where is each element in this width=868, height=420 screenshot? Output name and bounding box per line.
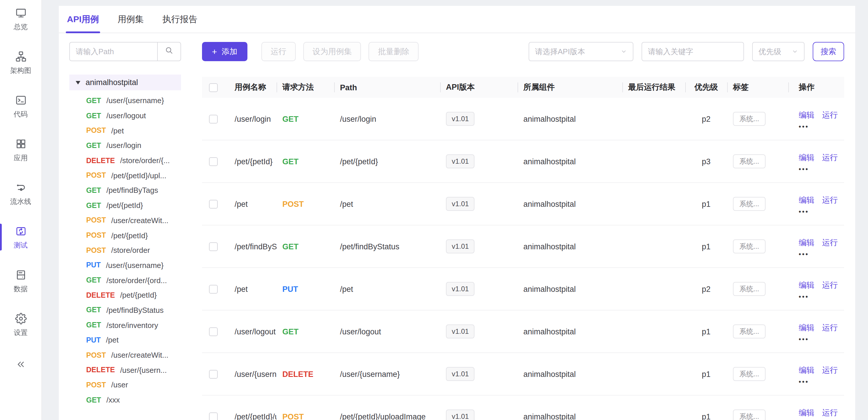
tree-item[interactable]: GET /pet/findByTags bbox=[69, 183, 181, 198]
edit-link[interactable]: 编辑 bbox=[799, 280, 814, 290]
tree-item[interactable]: GET /user/{username} bbox=[69, 93, 181, 108]
run-link[interactable]: 运行 bbox=[822, 323, 838, 333]
sidebar-item-label: 数据 bbox=[14, 286, 28, 293]
tree-root-node[interactable]: animalhostpital bbox=[69, 74, 181, 90]
monitor-icon bbox=[15, 7, 27, 21]
search-button[interactable]: 搜索 bbox=[813, 42, 844, 61]
tree-item[interactable]: POST /user bbox=[69, 378, 181, 392]
more-actions-button[interactable]: ••• bbox=[799, 295, 809, 298]
row-checkbox[interactable] bbox=[209, 327, 218, 336]
tree-item[interactable]: GET /store/order/{ord... bbox=[69, 273, 181, 288]
row-checkbox[interactable] bbox=[209, 413, 218, 420]
row-checkbox[interactable] bbox=[209, 115, 218, 123]
more-actions-button[interactable]: ••• bbox=[799, 337, 809, 340]
edit-link[interactable]: 编辑 bbox=[799, 110, 814, 120]
row-checkbox[interactable] bbox=[209, 200, 218, 209]
set-as-suite-button[interactable]: 设为用例集 bbox=[303, 42, 361, 61]
tree-item[interactable]: POST /pet/{petId}/upl... bbox=[69, 168, 181, 183]
row-checkbox[interactable] bbox=[209, 157, 218, 166]
tree-item-path: /pet/{petId} bbox=[111, 231, 148, 240]
priority-cell: p1 bbox=[685, 242, 727, 251]
tree-item[interactable]: POST /store/order bbox=[69, 243, 181, 258]
run-link[interactable]: 运行 bbox=[822, 152, 838, 163]
more-actions-button[interactable]: ••• bbox=[799, 124, 809, 128]
priority-select[interactable]: 优先级 bbox=[752, 42, 805, 61]
tree-item[interactable]: DELETE /user/{usern... bbox=[69, 363, 181, 378]
tree-item[interactable]: DELETE /pet/{petId} bbox=[69, 288, 181, 303]
run-link[interactable]: 运行 bbox=[822, 237, 838, 248]
tag-badge: 系统... bbox=[733, 367, 766, 381]
run-link[interactable]: 运行 bbox=[822, 408, 838, 418]
sidebar-item-settings[interactable]: 设置 bbox=[0, 313, 41, 337]
case-name-cell: /user/logout bbox=[229, 327, 277, 336]
edit-link[interactable]: 编辑 bbox=[799, 152, 814, 163]
sidebar-item-overview[interactable]: 总览 bbox=[0, 7, 41, 31]
priority-cell: p1 bbox=[685, 370, 727, 378]
tag-badge: 系统... bbox=[733, 197, 766, 211]
more-actions-button[interactable]: ••• bbox=[799, 252, 809, 256]
tree-item-method: POST bbox=[86, 216, 106, 224]
tree-item[interactable]: POST /user/createWit... bbox=[69, 213, 181, 228]
tree-item[interactable]: POST /pet/{petId} bbox=[69, 228, 181, 243]
tree-item[interactable]: GET /user/login bbox=[69, 138, 181, 153]
tree-item-method: PUT bbox=[86, 261, 101, 269]
tree-item-list: GET /user/{username} GET /user/logout PO… bbox=[69, 93, 181, 408]
col-header-path: Path bbox=[334, 83, 440, 92]
batch-delete-button[interactable]: 批量删除 bbox=[369, 42, 419, 61]
sidebar-item-data[interactable]: 数据 bbox=[0, 269, 41, 293]
sidebar-item-pipeline[interactable]: 流水线 bbox=[0, 182, 41, 206]
sidebar-item-apps[interactable]: 应用 bbox=[0, 138, 41, 162]
run-button[interactable]: 运行 bbox=[261, 42, 296, 61]
sidebar-item-architecture[interactable]: 架构图 bbox=[0, 51, 41, 74]
tab-api-cases[interactable]: API用例 bbox=[67, 6, 99, 33]
select-all-checkbox[interactable] bbox=[209, 83, 218, 92]
tree-item-method: POST bbox=[86, 351, 106, 359]
path-cell: /pet bbox=[334, 200, 440, 208]
tree-item[interactable]: DELETE /store/order/{... bbox=[69, 153, 181, 168]
edit-link[interactable]: 编辑 bbox=[799, 237, 814, 248]
method-cell: GET bbox=[277, 157, 334, 166]
path-search-input[interactable] bbox=[69, 42, 157, 61]
sidebar-item-test[interactable]: 测试 bbox=[0, 226, 41, 249]
priority-cell: p2 bbox=[685, 284, 727, 293]
keyword-input[interactable] bbox=[642, 42, 744, 61]
tree-item[interactable]: POST /pet bbox=[69, 123, 181, 138]
version-badge: v1.01 bbox=[446, 239, 475, 253]
sidebar-item-code[interactable]: 代码 bbox=[0, 94, 41, 118]
tree-item[interactable]: PUT /pet bbox=[69, 333, 181, 348]
run-link[interactable]: 运行 bbox=[822, 110, 838, 120]
row-checkbox[interactable] bbox=[209, 285, 218, 294]
edit-link[interactable]: 编辑 bbox=[799, 408, 814, 418]
tab-case-suites[interactable]: 用例集 bbox=[118, 6, 144, 33]
priority-cell: p1 bbox=[685, 327, 727, 336]
api-version-select[interactable]: 请选择API版本 bbox=[529, 42, 633, 61]
path-search-button[interactable] bbox=[157, 42, 181, 61]
edit-link[interactable]: 编辑 bbox=[799, 195, 814, 205]
sidebar-collapse-button[interactable] bbox=[15, 359, 26, 372]
tree-item[interactable]: GET /store/inventory bbox=[69, 318, 181, 333]
row-checkbox[interactable] bbox=[209, 370, 218, 379]
method-cell: POST bbox=[277, 200, 334, 208]
tree-item[interactable]: GET /pet/{petId} bbox=[69, 198, 181, 213]
more-actions-button[interactable]: ••• bbox=[799, 167, 809, 170]
tree-item[interactable]: GET /user/logout bbox=[69, 108, 181, 123]
path-cell: /user/{username} bbox=[334, 370, 440, 378]
tab-run-reports[interactable]: 执行报告 bbox=[162, 6, 197, 33]
run-link[interactable]: 运行 bbox=[822, 280, 838, 290]
case-name-cell: /pet bbox=[229, 200, 277, 208]
run-link[interactable]: 运行 bbox=[822, 365, 838, 376]
tree-item[interactable]: POST /user/createWit... bbox=[69, 348, 181, 362]
row-checkbox[interactable] bbox=[209, 242, 218, 251]
tree-item[interactable]: GET /xxx bbox=[69, 393, 181, 408]
col-header-name: 用例名称 bbox=[229, 82, 277, 93]
add-button[interactable]: + 添加 bbox=[202, 42, 247, 61]
plus-icon: + bbox=[212, 47, 217, 56]
more-actions-button[interactable]: ••• bbox=[799, 209, 809, 213]
more-actions-button[interactable]: ••• bbox=[799, 380, 809, 383]
edit-link[interactable]: 编辑 bbox=[799, 323, 814, 333]
run-link[interactable]: 运行 bbox=[822, 195, 838, 205]
tree-item[interactable]: GET /pet/findByStatus bbox=[69, 303, 181, 318]
edit-link[interactable]: 编辑 bbox=[799, 365, 814, 376]
version-badge: v1.01 bbox=[446, 112, 475, 126]
tree-item[interactable]: PUT /user/{username} bbox=[69, 258, 181, 273]
